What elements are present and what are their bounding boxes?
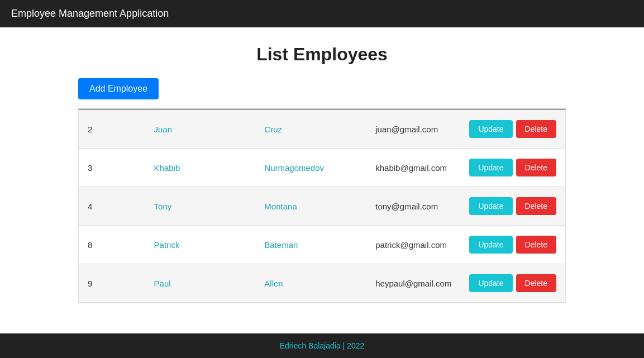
employee-first-name: Patrick: [145, 226, 256, 264]
add-employee-button[interactable]: Add Employee: [78, 78, 159, 99]
navbar: Employee Management Application: [0, 0, 644, 27]
employee-last-name: Bateman: [255, 226, 366, 264]
employee-id: 4: [79, 187, 145, 226]
update-button[interactable]: Update: [469, 120, 512, 138]
employee-last-name: Montana: [255, 187, 366, 226]
action-cell: UpdateDelete: [460, 110, 565, 149]
main-content: List Employees Add Employee 2JuanCruzjua…: [0, 27, 644, 333]
employee-table: 2JuanCruzjuan@gmail.comUpdateDelete3Khab…: [79, 110, 565, 303]
employee-id: 2: [79, 110, 145, 149]
table-row: 8PatrickBatemanpatrick@gmail.comUpdateDe…: [79, 226, 565, 264]
table-row: 9PaulAllenheypaul@gmail.comUpdateDelete: [79, 264, 565, 303]
employee-first-name: Tony: [145, 187, 256, 226]
app-title: Employee Management Application: [11, 8, 169, 19]
employee-first-name: Paul: [145, 264, 256, 303]
employee-last-name: Nurmagomedov: [255, 149, 366, 187]
employee-first-name: Juan: [145, 110, 256, 149]
employee-email: tony@gmail.com: [366, 187, 460, 226]
employee-first-name: Khabib: [145, 149, 256, 187]
employee-email: patrick@gmail.com: [366, 226, 460, 264]
delete-button[interactable]: Delete: [516, 159, 556, 176]
action-cell: UpdateDelete: [460, 187, 565, 226]
employee-id: 3: [79, 149, 145, 187]
table-row: 4TonyMontanatony@gmail.comUpdateDelete: [79, 187, 565, 226]
delete-button[interactable]: Delete: [516, 197, 556, 215]
delete-button[interactable]: Delete: [516, 120, 556, 138]
update-button[interactable]: Update: [469, 274, 512, 292]
page-title: List Employees: [78, 44, 566, 65]
employee-email: heypaul@gmail.com: [366, 264, 460, 303]
update-button[interactable]: Update: [469, 197, 512, 215]
table-row: 3KhabibNurmagomedovkhabib@gmail.comUpdat…: [79, 149, 565, 187]
employee-table-wrapper: 2JuanCruzjuan@gmail.comUpdateDelete3Khab…: [78, 109, 566, 303]
action-cell: UpdateDelete: [460, 149, 565, 187]
footer: Edriech Balajadia | 2022: [0, 333, 644, 358]
employee-last-name: Allen: [255, 264, 366, 303]
employee-last-name: Cruz: [255, 110, 366, 149]
employee-email: juan@gmail.com: [366, 110, 460, 149]
employee-email: khabib@gmail.com: [366, 149, 460, 187]
employee-id: 9: [79, 264, 145, 303]
delete-button[interactable]: Delete: [516, 274, 556, 292]
update-button[interactable]: Update: [469, 236, 512, 254]
footer-text: Edriech Balajadia | 2022: [280, 341, 365, 350]
action-cell: UpdateDelete: [460, 226, 565, 264]
update-button[interactable]: Update: [469, 159, 512, 176]
employee-id: 8: [79, 226, 145, 264]
action-cell: UpdateDelete: [460, 264, 565, 303]
delete-button[interactable]: Delete: [516, 236, 556, 254]
table-row: 2JuanCruzjuan@gmail.comUpdateDelete: [79, 110, 565, 149]
